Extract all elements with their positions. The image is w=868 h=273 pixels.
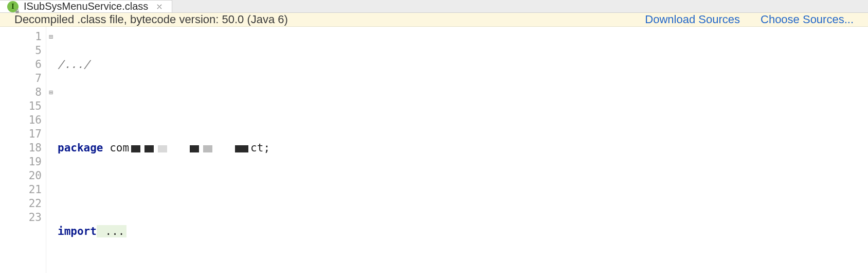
svg-rect-0 bbox=[15, 11, 19, 13]
decompiled-banner: Decompiled .class file, bytecode version… bbox=[0, 13, 868, 27]
fold-column: ⊞ ⊞ bbox=[46, 27, 56, 273]
line-number: 16 bbox=[0, 113, 42, 127]
line-number: 23 bbox=[0, 211, 42, 225]
lock-icon bbox=[14, 8, 20, 14]
keyword-package: package bbox=[58, 142, 103, 154]
close-icon bbox=[156, 4, 162, 10]
editor-tab[interactable]: I ISubSysMenuService.class bbox=[0, 0, 172, 12]
line-number-gutter: 1 5 6 7 8 15 16 17 18 19 20 21 22 23 bbox=[0, 27, 46, 273]
redacted-package bbox=[129, 142, 250, 156]
download-sources-link[interactable]: Download Sources bbox=[645, 13, 740, 26]
code-text: com bbox=[103, 142, 130, 154]
folded-comment: /.../ bbox=[58, 58, 90, 71]
code-editor[interactable]: 1 5 6 7 8 15 16 17 18 19 20 21 22 23 ⊞ ⊞… bbox=[0, 27, 868, 273]
line-number: 18 bbox=[0, 141, 42, 155]
editor-tab-bar: I ISubSysMenuService.class bbox=[0, 0, 868, 13]
line-number: 20 bbox=[0, 169, 42, 183]
code-text: ct; bbox=[250, 142, 270, 154]
line-number: 22 bbox=[0, 197, 42, 211]
choose-sources-link[interactable]: Choose Sources... bbox=[761, 13, 854, 26]
keyword-import: import bbox=[58, 225, 97, 237]
close-tab-button[interactable] bbox=[155, 3, 164, 11]
line-number: 8 bbox=[0, 86, 42, 99]
folded-imports[interactable]: ... bbox=[97, 225, 127, 237]
line-number: 5 bbox=[0, 44, 42, 58]
code-area[interactable]: /.../ package comct; import ... @Service… bbox=[56, 27, 868, 273]
line-number: 1 bbox=[0, 30, 42, 44]
line-number: 19 bbox=[0, 155, 42, 169]
line-number: 17 bbox=[0, 127, 42, 141]
fold-toggle[interactable]: ⊞ bbox=[46, 86, 56, 99]
line-number: 7 bbox=[0, 72, 42, 86]
line-number: 21 bbox=[0, 183, 42, 197]
line-number: 15 bbox=[0, 99, 42, 113]
line-number: 6 bbox=[0, 58, 42, 72]
banner-actions: Download Sources Choose Sources... bbox=[645, 13, 854, 26]
fold-toggle[interactable]: ⊞ bbox=[46, 30, 56, 44]
tab-file-name: ISubSysMenuService.class bbox=[24, 1, 148, 12]
interface-file-icon: I bbox=[7, 1, 19, 12]
banner-message: Decompiled .class file, bytecode version… bbox=[14, 13, 645, 26]
